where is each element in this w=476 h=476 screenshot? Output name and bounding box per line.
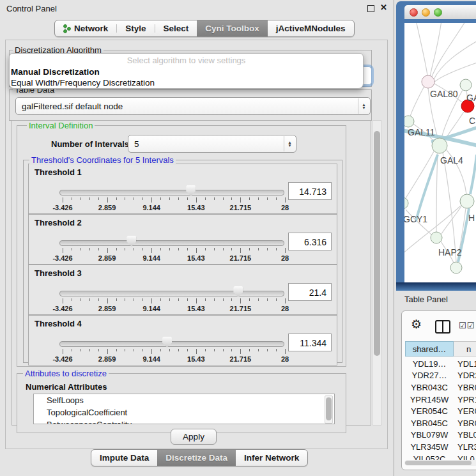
table-row[interactable]: YBR043C YBR0	[402, 381, 476, 394]
tab-select[interactable]: Select	[155, 20, 197, 36]
minor-tick	[134, 349, 134, 351]
tab-style[interactable]: Style	[117, 20, 154, 36]
close-traffic-light-icon[interactable]	[410, 8, 418, 17]
table-data-combobox[interactable]: galFiltered.sif default node ▲▼	[15, 97, 371, 115]
threshold-value-field[interactable]: 6.316	[288, 233, 332, 250]
minor-tick	[116, 298, 117, 301]
cell-shared-name: YDR27…	[405, 371, 454, 380]
number-of-intervals-combobox[interactable]: 5 ▲▼	[128, 135, 296, 153]
minor-tick	[98, 349, 99, 351]
gear-icon[interactable]: ⚙	[411, 318, 422, 331]
slider-track[interactable]	[59, 190, 284, 196]
node-partial-bottom[interactable]	[450, 262, 462, 273]
minor-tick	[187, 248, 188, 250]
list-item[interactable]: TopologicalCoefficient	[34, 406, 334, 418]
threshold-value-field[interactable]: 11.344	[288, 334, 332, 351]
network-window-bottom-border	[396, 282, 476, 291]
minor-tick	[142, 349, 143, 351]
tab-label: jActiveMNodules	[276, 24, 346, 33]
major-tick	[285, 298, 286, 303]
slider-track[interactable]	[59, 291, 284, 296]
slider-track[interactable]	[59, 240, 284, 246]
thresholds-group-label: Threshold's Coordinates for 5 Intervals	[29, 155, 176, 165]
column-header-shared-name[interactable]: shared…	[405, 341, 454, 357]
apply-button[interactable]: Apply	[171, 429, 217, 445]
spinner-arrows-icon[interactable]: ▲▼	[358, 98, 369, 114]
tab-cyni-toolbox[interactable]: Cyni Toolbox	[197, 20, 268, 36]
threshold-value-field[interactable]: 21.4	[288, 283, 332, 301]
scale-label: 9.144	[142, 204, 160, 211]
minor-tick	[205, 349, 206, 351]
table-row[interactable]: YLR345W YLR3	[402, 441, 476, 453]
scrollbar-thumb[interactable]	[326, 397, 332, 420]
label-gal80: GAL80	[430, 89, 458, 99]
list-item[interactable]: BetweennessCentrality	[34, 418, 334, 424]
float-window-icon[interactable]	[367, 5, 374, 12]
major-tick	[63, 349, 63, 354]
cell-shared-name: YBL079W	[405, 430, 454, 440]
major-tick	[196, 248, 197, 253]
threshold-value-field[interactable]: 14.713	[288, 182, 332, 200]
control-panel: Control Panel ✕ Network Style Select Cyn…	[0, 0, 394, 476]
close-icon[interactable]: ✕	[380, 3, 387, 12]
minor-tick	[89, 248, 90, 250]
node-gal80[interactable]	[422, 75, 434, 88]
cell-name: YDR2	[457, 371, 476, 380]
network-icon	[63, 24, 71, 33]
tab-label: Discretize Data	[165, 453, 227, 463]
minimize-traffic-light-icon[interactable]	[422, 8, 430, 17]
vertical-scrollbar[interactable]	[372, 120, 382, 426]
node-gcy1[interactable]	[404, 197, 408, 209]
table-row[interactable]: YDL19… YDL1	[402, 358, 476, 370]
threshold-label: Threshold 3	[35, 268, 82, 278]
table-row[interactable]: YBR045C YBR0	[402, 417, 476, 429]
minor-tick	[178, 298, 179, 301]
spinner-arrows-icon[interactable]: ▲▼	[284, 136, 295, 151]
scale-label: 15.43	[187, 305, 205, 312]
split-columns-icon[interactable]	[435, 320, 450, 334]
minor-tick	[249, 248, 250, 250]
table-row[interactable]: YIL052C YIL0	[402, 453, 476, 460]
table-row[interactable]: YBL079W YBL0	[402, 429, 476, 441]
node-hap2[interactable]	[431, 232, 442, 243]
table-row[interactable]: YER054C YER0	[402, 405, 476, 417]
tab-infer-network[interactable]: Infer Network	[236, 450, 307, 466]
network-canvas[interactable]: GAL80 GA C GAL11 GAL4 GCY1 H HAP2	[404, 23, 476, 283]
minor-tick	[276, 298, 277, 301]
network-window: GAL80 GA C GAL11 GAL4 GCY1 H HAP2	[396, 1, 476, 291]
node-partial-right[interactable]	[460, 194, 474, 208]
node-gal4[interactable]	[432, 138, 447, 153]
top-tabbar: Network Style Select Cyni Toolbox jActiv…	[54, 20, 355, 37]
tab-discretize-data[interactable]: Discretize Data	[157, 450, 236, 466]
dropdown-option-equal-width[interactable]: Equal Width/Frequency Discretization	[10, 77, 363, 88]
column-header-name[interactable]: n	[454, 341, 476, 357]
minor-tick	[231, 349, 232, 351]
tab-impute-data[interactable]: Impute Data	[91, 450, 157, 466]
tab-network[interactable]: Network	[55, 20, 116, 36]
select-columns-checkboxes-icon[interactable]: ☑☑	[459, 321, 475, 330]
minor-tick	[72, 197, 72, 200]
minor-tick	[160, 298, 161, 301]
node-gal11[interactable]	[404, 116, 414, 127]
scale-label: 28	[281, 204, 289, 211]
tab-jactivemnodules[interactable]: jActiveMNodules	[268, 20, 354, 36]
major-tick	[63, 197, 63, 203]
table-row[interactable]: YDR27… YDR2	[402, 370, 476, 382]
minor-tick	[249, 298, 250, 301]
scrollbar-thumb[interactable]	[405, 461, 472, 465]
network-window-titlebar[interactable]	[404, 5, 476, 19]
number-of-intervals-label: Number of Intervals	[51, 139, 129, 149]
zoom-traffic-light-icon[interactable]	[434, 8, 442, 17]
horizontal-scrollbar[interactable]	[404, 460, 476, 466]
minor-tick	[223, 298, 224, 301]
minor-tick	[178, 197, 179, 200]
node-partial-top-right[interactable]	[460, 79, 472, 91]
list-scrollbar[interactable]	[325, 395, 333, 424]
table-panel-card: ⚙ ☑☑ shared… n YDL19… YDL1 YDR27… YDR2 Y…	[401, 311, 476, 470]
list-item[interactable]: SelfLoops	[34, 394, 334, 406]
minor-tick	[258, 248, 259, 250]
dropdown-option-manual[interactable]: Manual Discretization	[10, 66, 363, 77]
cell-name: YIL0	[457, 454, 475, 460]
table-row[interactable]: YPR145W YPR1	[402, 394, 476, 406]
scrollbar-thumb[interactable]	[374, 131, 380, 356]
